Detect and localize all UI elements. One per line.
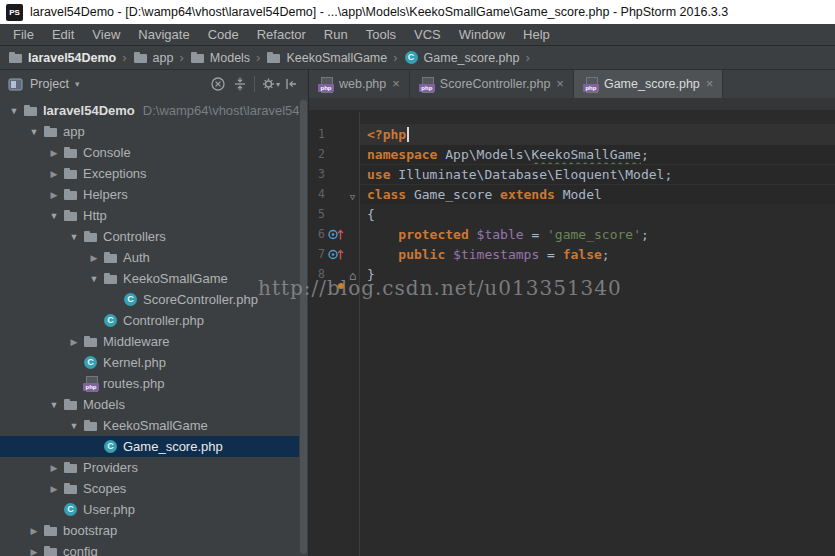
chevron-down-icon[interactable]	[75, 79, 80, 89]
code-token: App\Models\	[437, 147, 531, 162]
menu-item[interactable]: File	[4, 24, 43, 45]
watermark-text: http://blog.csdn.net/u013351340	[258, 276, 622, 300]
fold-marker-icon[interactable]	[346, 185, 359, 204]
editor-tab[interactable]: Game_score.php	[574, 70, 723, 98]
editor-tab-label: web.php	[339, 77, 386, 91]
close-icon[interactable]	[556, 79, 564, 89]
tree-item[interactable]: Models	[0, 394, 308, 415]
breadcrumb-item[interactable]: Game_score.php	[404, 50, 536, 65]
close-icon[interactable]	[392, 79, 400, 89]
menu-item[interactable]: Navigate	[129, 24, 198, 45]
tool-row: Project web.php	[0, 70, 835, 98]
tree-item[interactable]: Middleware	[0, 331, 308, 352]
expand-arrow-icon[interactable]	[65, 232, 83, 242]
tree-item[interactable]: Exceptions	[0, 163, 308, 184]
tree-item[interactable]: Console	[0, 142, 308, 163]
tree-item-label: Console	[83, 145, 131, 160]
breadcrumb-item[interactable]: KeekoSmallGame	[266, 50, 403, 65]
chevron-right-icon	[393, 50, 397, 65]
breadcrumb-item[interactable]: app	[133, 50, 190, 65]
code-token: ;	[641, 147, 649, 162]
expand-arrow-icon[interactable]	[85, 253, 103, 263]
tree-item[interactable]: Scopes	[0, 478, 308, 499]
editor-tab[interactable]: ScoreController.php	[410, 70, 574, 98]
expand-arrow-icon[interactable]	[5, 106, 23, 116]
code-token: extends	[500, 187, 555, 202]
tree-item[interactable]: Game_score.php	[0, 436, 308, 457]
tree-item-label: Controller.php	[123, 313, 204, 328]
expand-arrow-icon[interactable]	[85, 274, 103, 284]
scroll-from-source-icon[interactable]	[207, 74, 229, 94]
override-gutter-icon[interactable]	[328, 227, 345, 242]
expand-arrow-icon[interactable]	[45, 169, 63, 179]
tree-item[interactable]: KeekoSmallGame	[0, 415, 308, 436]
expand-arrow-icon[interactable]	[45, 190, 63, 200]
tree-item-label: Exceptions	[83, 166, 147, 181]
expand-arrow-icon[interactable]	[45, 148, 63, 158]
code-token: =	[524, 227, 547, 242]
breadcrumb: laravel54Demo app Models KeekoSmallGame	[8, 50, 536, 65]
navigation-bar: laravel54Demo app Models KeekoSmallGame	[0, 46, 835, 70]
tree-item-label: Helpers	[83, 187, 128, 202]
code-token: protected	[398, 227, 468, 242]
tree-item[interactable]: Kernel.php	[0, 352, 308, 373]
expand-arrow-icon[interactable]	[25, 127, 43, 137]
tree-item-label: Http	[83, 208, 107, 223]
tree-scrollbar[interactable]	[299, 98, 308, 556]
tree-item-icon	[63, 481, 79, 496]
menu-item[interactable]: VCS	[405, 24, 450, 45]
tree-item[interactable]: User.php	[0, 499, 308, 520]
tree-item[interactable]: routes.php	[0, 373, 308, 394]
expand-arrow-icon[interactable]	[65, 337, 83, 347]
watermark-dot	[338, 283, 344, 289]
code-token: $timestamps	[453, 247, 539, 262]
editor-tab[interactable]: web.php	[309, 70, 410, 98]
tree-item[interactable]: laravel54Demo D:\wamp64\vhost\laravel54D…	[0, 100, 308, 121]
close-icon[interactable]	[706, 79, 714, 89]
tree-item[interactable]: Helpers	[0, 184, 308, 205]
tree-item[interactable]: Providers	[0, 457, 308, 478]
menu-item[interactable]: Code	[199, 24, 248, 45]
menu-item[interactable]: Refactor	[248, 24, 315, 45]
expand-arrow-icon[interactable]	[45, 211, 63, 221]
expand-arrow-icon[interactable]	[25, 526, 43, 536]
code-token: false	[563, 247, 602, 262]
code-token: Illuminate\Database\Eloquent\Model;	[390, 167, 672, 182]
collapse-all-icon[interactable]	[229, 74, 251, 94]
project-tree-panel: laravel54Demo D:\wamp64\vhost\laravel54D…	[0, 98, 309, 556]
tree-item[interactable]: app	[0, 121, 308, 142]
tree-item[interactable]: config	[0, 541, 308, 556]
expand-arrow-icon[interactable]	[65, 421, 83, 431]
code-token: use	[367, 167, 390, 182]
expand-arrow-icon[interactable]	[25, 547, 43, 556]
project-panel-title[interactable]: Project	[30, 77, 69, 91]
editor-tabs: web.php ScoreController.php Game_score.p…	[309, 70, 835, 98]
menu-item[interactable]: Help	[514, 24, 559, 45]
menu-item[interactable]: Tools	[357, 24, 405, 45]
breadcrumb-item[interactable]: Models	[190, 50, 267, 65]
menu-item[interactable]: Run	[315, 24, 357, 45]
expand-arrow-icon[interactable]	[45, 484, 63, 494]
tree-item[interactable]: Auth	[0, 247, 308, 268]
expand-arrow-icon[interactable]	[45, 400, 63, 410]
menu-item[interactable]: Edit	[43, 24, 83, 45]
tree-item[interactable]: Controller.php	[0, 310, 308, 331]
hide-panel-icon[interactable]	[280, 74, 302, 94]
tree-item-icon	[63, 208, 79, 223]
watermark: http://blog.csdn.net/u013351340	[258, 276, 622, 300]
menu-item[interactable]: Window	[450, 24, 514, 45]
code-token: ;	[641, 227, 649, 242]
tree-item-label: User.php	[83, 502, 135, 517]
code-token: public	[398, 247, 445, 262]
code-token	[407, 127, 409, 142]
menu-item[interactable]: View	[83, 24, 129, 45]
editor-tab-label: ScoreController.php	[440, 77, 550, 91]
expand-arrow-icon[interactable]	[45, 463, 63, 473]
tree-item[interactable]: Http	[0, 205, 308, 226]
breadcrumb-item[interactable]: laravel54Demo	[8, 50, 133, 65]
override-gutter-icon[interactable]	[328, 247, 345, 262]
tree-item[interactable]: Controllers	[0, 226, 308, 247]
chevron-right-icon	[525, 50, 529, 65]
tree-item[interactable]: bootstrap	[0, 520, 308, 541]
code-editor[interactable]: 1 <?php 2	[309, 98, 835, 556]
